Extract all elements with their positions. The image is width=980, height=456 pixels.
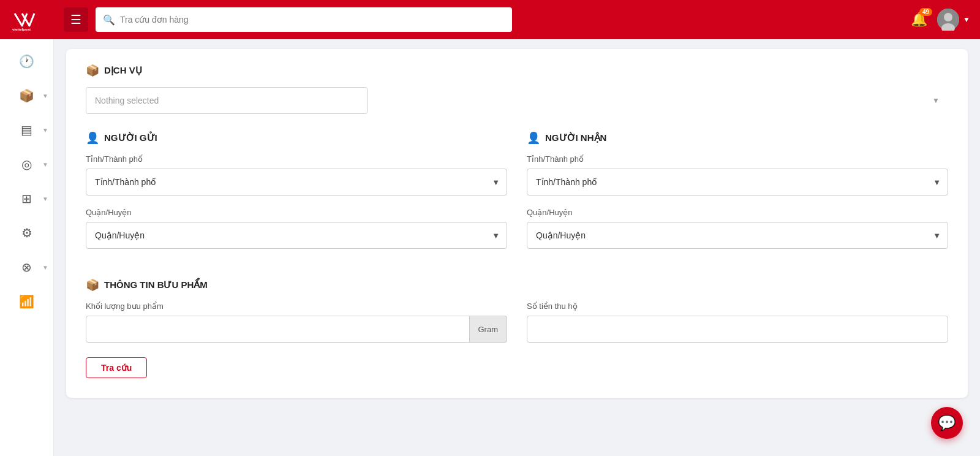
- receiver-title: NGƯỜI NHẬN: [545, 132, 606, 143]
- service-icon: 📦: [86, 64, 99, 77]
- weight-input[interactable]: [86, 316, 507, 343]
- grid-icon: ⊞: [21, 191, 32, 206]
- notification-button[interactable]: 🔔 49: [911, 12, 927, 28]
- sidebar-item-analytics[interactable]: 📶: [0, 284, 53, 319]
- packages-arrow-icon: ▼: [42, 93, 48, 99]
- cod-field-container: Số tiền thu hộ: [527, 302, 948, 343]
- user-menu-button[interactable]: ▼: [937, 9, 970, 31]
- sidebar: viettelpost 🕐 📦 ▼ ▤ ▼ ◎ ▼ ⊞ ▼ ⚙ ⊗ ▼ 📶: [0, 0, 54, 456]
- sidebar-item-storage[interactable]: ▤ ▼: [0, 113, 53, 147]
- user-dropdown-arrow-icon: ▼: [963, 15, 970, 24]
- parcel-icon: 📦: [86, 278, 99, 292]
- sidebar-item-settings[interactable]: ⚙: [0, 216, 53, 250]
- chat-icon: 💬: [938, 414, 956, 431]
- svg-text:viettelpost: viettelpost: [12, 28, 31, 31]
- sender-district-dropdown[interactable]: Quận/Huyện: [86, 222, 507, 249]
- sidebar-item-user-manage[interactable]: ⊗ ▼: [0, 250, 53, 284]
- parcel-fields: Khối lượng bưu phẩm Gram Số tiền thu hộ: [86, 302, 948, 343]
- receiver-icon: 👤: [527, 131, 540, 145]
- dashboard-icon: 🕐: [19, 54, 34, 69]
- search-input[interactable]: [120, 15, 505, 25]
- sidebar-item-location[interactable]: ◎ ▼: [0, 147, 53, 181]
- receiver-district-label: Quận/Huyện: [527, 208, 948, 217]
- user-manage-icon: ⊗: [21, 260, 32, 275]
- sender-receiver-section: 👤 NGƯỜI GỬI Tỉnh/Thành phố Tỉnh/Thành ph…: [86, 131, 948, 261]
- sender-province-wrapper: Tỉnh/Thành phố ▼: [86, 169, 507, 196]
- topbar: ☰ 🔍 🔔 49 ▼: [54, 0, 980, 39]
- sidebar-item-packages[interactable]: 📦 ▼: [0, 78, 53, 113]
- sender-header: 👤 NGƯỜI GỬI: [86, 131, 507, 145]
- sender-district-wrapper: Quận/Huyện ▼: [86, 222, 507, 249]
- weight-field-container: Khối lượng bưu phẩm Gram: [86, 302, 507, 343]
- sidebar-item-dashboard[interactable]: 🕐: [0, 44, 53, 78]
- service-select-wrapper: Nothing selected ▼: [86, 87, 948, 114]
- storage-icon: ▤: [21, 123, 32, 137]
- logo[interactable]: viettelpost: [0, 0, 54, 39]
- weight-unit: Gram: [469, 316, 508, 343]
- receiver-district-dropdown[interactable]: Quận/Huyện: [527, 222, 948, 249]
- chat-fab-button[interactable]: 💬: [931, 407, 963, 439]
- weight-input-wrapper: Gram: [86, 316, 507, 343]
- receiver-column: 👤 NGƯỜI NHẬN Tỉnh/Thành phố Tỉnh/Thành p…: [527, 131, 948, 261]
- search-button[interactable]: Tra cứu: [86, 357, 147, 378]
- parcel-title: THÔNG TIN BƯU PHẨM: [104, 279, 208, 291]
- sidebar-item-grid[interactable]: ⊞ ▼: [0, 181, 53, 216]
- main-wrapper: ☰ 🔍 🔔 49 ▼: [54, 0, 980, 456]
- sender-province-dropdown[interactable]: Tỉnh/Thành phố: [86, 169, 507, 196]
- weight-label: Khối lượng bưu phẩm: [86, 302, 507, 311]
- main-card: 📦 DỊCH VỤ Nothing selected ▼ 👤 NGƯỜI GỬI…: [66, 49, 968, 398]
- receiver-province-wrapper: Tỉnh/Thành phố ▼: [527, 169, 948, 196]
- service-dropdown[interactable]: Nothing selected: [86, 87, 368, 114]
- avatar: [937, 9, 959, 31]
- sender-icon: 👤: [86, 131, 99, 145]
- user-manage-arrow-icon: ▼: [42, 264, 48, 271]
- location-icon: ◎: [21, 157, 32, 172]
- parcel-section-header: 📦 THÔNG TIN BƯU PHẨM: [86, 278, 948, 292]
- cod-label: Số tiền thu hộ: [527, 302, 948, 311]
- receiver-province-dropdown[interactable]: Tỉnh/Thành phố: [527, 169, 948, 196]
- content-area: 📦 DỊCH VỤ Nothing selected ▼ 👤 NGƯỜI GỬI…: [54, 39, 980, 456]
- svg-point-3: [944, 13, 952, 21]
- packages-icon: 📦: [19, 88, 34, 103]
- service-section-header: 📦 DỊCH VỤ: [86, 64, 948, 77]
- menu-button[interactable]: ☰: [64, 7, 88, 32]
- sender-province-label: Tỉnh/Thành phố: [86, 154, 507, 164]
- sender-column: 👤 NGƯỜI GỬI Tỉnh/Thành phố Tỉnh/Thành ph…: [86, 131, 507, 261]
- location-arrow-icon: ▼: [42, 161, 48, 168]
- receiver-header: 👤 NGƯỜI NHẬN: [527, 131, 948, 145]
- sender-district-label: Quận/Huyện: [86, 208, 507, 217]
- gear-icon: ⚙: [21, 226, 32, 240]
- search-icon: 🔍: [103, 14, 115, 26]
- receiver-district-wrapper: Quận/Huyện ▼: [527, 222, 948, 249]
- cod-input[interactable]: [527, 316, 948, 343]
- service-title: DỊCH VỤ: [104, 65, 142, 76]
- storage-arrow-icon: ▼: [42, 127, 48, 134]
- sender-title: NGƯỜI GỬI: [104, 132, 157, 143]
- topbar-right: 🔔 49 ▼: [911, 9, 970, 31]
- search-bar: 🔍: [96, 7, 512, 32]
- grid-arrow-icon: ▼: [42, 196, 48, 202]
- hamburger-icon: ☰: [70, 12, 81, 27]
- service-dropdown-arrow-icon: ▼: [932, 96, 940, 105]
- notification-badge: 49: [919, 8, 932, 16]
- analytics-icon: 📶: [19, 294, 34, 309]
- receiver-province-label: Tỉnh/Thành phố: [527, 154, 948, 164]
